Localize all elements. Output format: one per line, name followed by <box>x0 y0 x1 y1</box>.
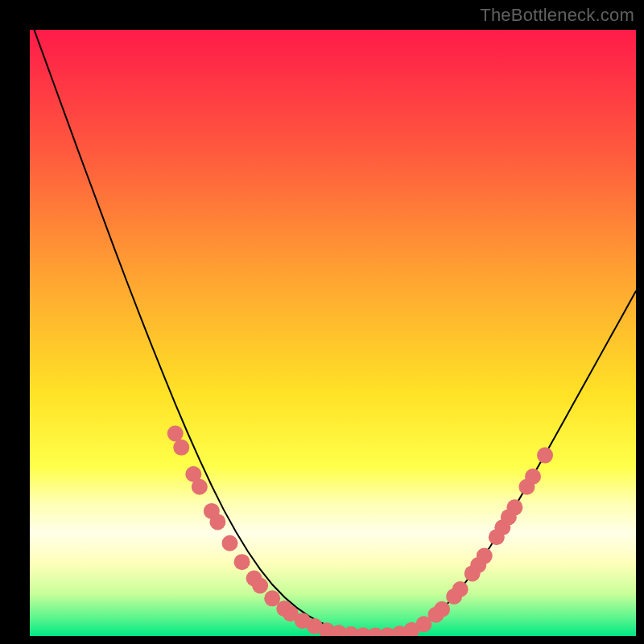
data-marker <box>434 601 450 617</box>
data-marker <box>452 581 469 597</box>
data-marker <box>173 440 189 456</box>
plot-background <box>30 30 636 636</box>
watermark-text: TheBottleneck.com <box>480 5 634 26</box>
bottleneck-chart: TheBottleneck.com <box>0 0 644 644</box>
chart-svg <box>0 0 644 644</box>
data-marker <box>221 535 237 551</box>
data-marker <box>477 548 493 564</box>
data-marker <box>209 514 225 530</box>
data-marker <box>506 499 522 515</box>
data-marker <box>192 479 208 495</box>
data-marker <box>167 426 184 442</box>
data-marker <box>234 554 250 570</box>
data-marker <box>537 448 553 464</box>
data-marker <box>525 469 541 485</box>
data-marker <box>252 578 268 594</box>
